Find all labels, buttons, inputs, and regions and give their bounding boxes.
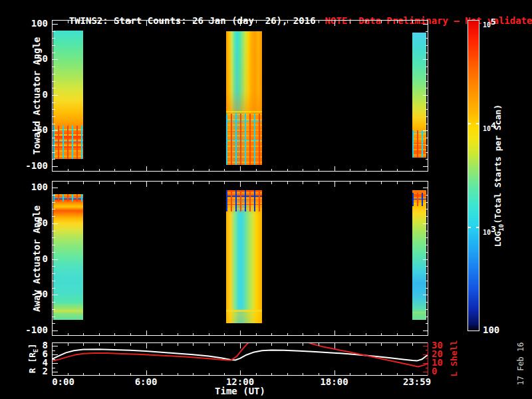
colorbar-tick-label: 100 — [483, 325, 499, 335]
y-tick-label: 100 — [21, 182, 48, 192]
y-tick-label: -100 — [21, 325, 48, 335]
lshell-tick-label: 0 — [432, 366, 437, 376]
spectrogram-panel-away — [52, 181, 428, 336]
spectrogram-panel-toward — [52, 20, 428, 172]
y-tick-label: 0 — [21, 90, 48, 100]
y-tick-label: 0 — [21, 254, 48, 264]
colorbar-tick-base: 10 — [483, 229, 491, 236]
y-tick-label: -50 — [21, 289, 48, 299]
y-axis-label-lshell: L Shell — [449, 340, 459, 377]
r-line — [52, 349, 428, 360]
y-tick-label: -100 — [21, 161, 48, 171]
lshell-line — [305, 342, 428, 367]
date-stamp: 17 Feb 16 — [516, 342, 525, 385]
y-tick-label: 50 — [21, 218, 48, 228]
colorbar-tick — [467, 123, 471, 124]
time-tick-label: 23:59 — [397, 377, 437, 387]
time-tick-label: 18:00 — [315, 377, 354, 387]
y-tick-label: 50 — [21, 54, 48, 64]
colorbar-gradient — [468, 21, 479, 331]
colorbar — [467, 20, 479, 331]
time-tick-label: 0:00 — [43, 377, 83, 387]
colorbar-tick-label: 105 — [483, 17, 496, 30]
colorbar-tick-exponent: 5 — [491, 17, 496, 27]
line-plot — [52, 342, 428, 376]
colorbar-tick-label: 103 — [483, 224, 496, 237]
colorbar-tick-exponent: 4 — [491, 120, 496, 130]
plot-window: TWINS2: Start Counts: 26 Jan (day 26), 2… — [0, 0, 532, 399]
colorbar-tick-label: 104 — [483, 120, 496, 134]
colorbar-tick-exponent: 3 — [491, 224, 496, 234]
colorbar-tick-base: 10 — [483, 125, 491, 132]
x-axis-label: Time (UT) — [215, 386, 265, 396]
y-tick-label: 100 — [21, 19, 48, 29]
r-tick-label: 2 — [21, 366, 48, 376]
colorbar-tick — [476, 123, 479, 124]
colorbar-title-base: 10 — [498, 224, 505, 231]
line-panel-ephemeris — [52, 342, 428, 376]
axis-ticks — [52, 181, 428, 336]
y-tick-label: -50 — [21, 125, 48, 135]
time-tick-label: 6:00 — [126, 377, 166, 387]
colorbar-tick — [476, 227, 479, 228]
time-tick-label: 12:00 — [220, 377, 260, 387]
colorbar-tick-base: 10 — [483, 21, 491, 29]
axis-ticks — [52, 20, 428, 172]
colorbar-tick — [467, 227, 471, 228]
